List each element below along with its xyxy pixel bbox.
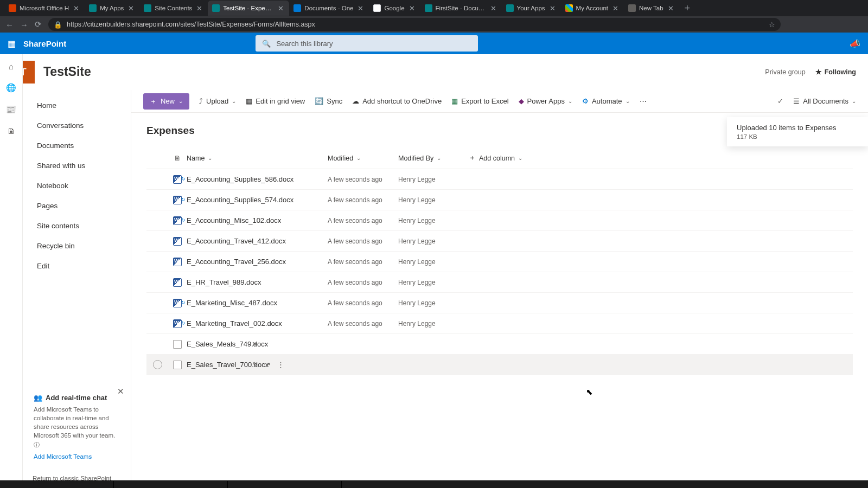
file-name[interactable]: ↻E_Accounting_Supplies_574.docx bbox=[187, 196, 328, 204]
file-row[interactable]: ↻E_Marketing_Misc_487.docx A few seconds… bbox=[146, 293, 853, 313]
browser-tab[interactable]: New Tab ✕ bbox=[624, 1, 679, 16]
share-icon[interactable]: ↗ bbox=[265, 361, 271, 369]
megaphone-icon[interactable]: 📣 bbox=[850, 38, 860, 49]
close-icon[interactable]: ✕ bbox=[127, 4, 135, 12]
teams-promo-body: Add Microsoft Teams to collaborate in re… bbox=[34, 405, 120, 440]
file-row[interactable]: E_Sales_Travel_700.docx ✎ ↗ ⋮ bbox=[146, 355, 853, 375]
nav-item[interactable]: Documents bbox=[23, 136, 131, 156]
file-name[interactable]: ↻E_Accounting_Misc_102.docx bbox=[187, 216, 328, 224]
nav-item[interactable]: Conversations bbox=[23, 115, 131, 136]
close-icon[interactable]: ✕ bbox=[195, 4, 203, 12]
close-icon[interactable]: ✕ bbox=[356, 4, 365, 12]
forward-icon[interactable]: → bbox=[20, 20, 28, 29]
search-box[interactable]: 🔍 Search this library bbox=[256, 35, 478, 52]
files-icon[interactable]: 🗎 bbox=[7, 126, 15, 136]
export-excel-button[interactable]: ▦ Export to Excel bbox=[451, 97, 508, 105]
nav-item[interactable]: Notebook bbox=[23, 176, 131, 196]
file-name[interactable]: ↻E_Marketing_Misc_487.docx bbox=[187, 299, 328, 307]
brand-label[interactable]: SharePoint bbox=[23, 39, 66, 48]
more-button[interactable]: ⋯ bbox=[640, 97, 647, 105]
nav-item[interactable]: Pages bbox=[23, 196, 131, 216]
following-button[interactable]: ★ Following bbox=[815, 68, 856, 76]
nav-item[interactable]: Site contents bbox=[23, 216, 131, 236]
close-icon[interactable]: ✕ bbox=[117, 386, 124, 397]
back-icon[interactable]: ← bbox=[5, 20, 14, 29]
info-icon[interactable]: ⓘ bbox=[34, 441, 40, 448]
browser-tab[interactable]: Documents - One ✕ bbox=[289, 1, 369, 16]
select-circle[interactable] bbox=[153, 360, 162, 369]
add-teams-link[interactable]: Add Microsoft Teams bbox=[34, 452, 120, 461]
name-column-header[interactable]: Name⌄ bbox=[187, 155, 328, 162]
add-shortcut-button[interactable]: ☁ Add shortcut to OneDrive bbox=[352, 97, 442, 105]
upload-button[interactable]: ⤴ Upload ⌄ bbox=[199, 97, 236, 105]
toast-subtitle: 117 KB bbox=[737, 133, 858, 140]
modified-value: A few seconds ago bbox=[328, 299, 398, 307]
edit-grid-button[interactable]: ▦ Edit in grid view bbox=[246, 97, 305, 105]
automate-button[interactable]: ⚙ Automate ⌄ bbox=[582, 97, 630, 105]
sync-button[interactable]: 🔄 Sync bbox=[315, 97, 342, 105]
home-icon[interactable]: ⌂ bbox=[9, 62, 14, 71]
file-row[interactable]: ↻E_Marketing_Travel_002.docx A few secon… bbox=[146, 313, 853, 334]
bookmark-star-icon[interactable]: ☆ bbox=[769, 21, 775, 29]
file-name[interactable]: E_HR_Travel_989.docx bbox=[187, 278, 328, 286]
close-icon[interactable]: ✕ bbox=[72, 4, 80, 12]
file-row[interactable]: ↻E_Accounting_Supplies_586.docx A few se… bbox=[146, 169, 853, 190]
modified-by-value: Henry Legge bbox=[398, 299, 469, 307]
browser-tab[interactable]: Site Contents ✕ bbox=[139, 1, 208, 16]
file-name[interactable]: E_Accounting_Travel_412.docx bbox=[187, 237, 328, 245]
reload-icon[interactable]: ⟳ bbox=[35, 20, 42, 29]
browser-tab[interactable]: My Apps ✕ bbox=[85, 1, 139, 16]
view-selector[interactable]: ☰ All Documents ⌄ bbox=[793, 97, 856, 105]
file-row[interactable]: E_Accounting_Travel_256.docx A few secon… bbox=[146, 252, 853, 272]
url-bar[interactable]: 🔒 https://citizenbuilders.sharepoint.com… bbox=[48, 18, 781, 31]
file-row[interactable]: ↻E_Accounting_Misc_102.docx A few second… bbox=[146, 210, 853, 231]
close-icon[interactable]: ✕ bbox=[408, 4, 416, 12]
close-icon[interactable]: ✕ bbox=[277, 4, 285, 12]
close-icon[interactable]: ✕ bbox=[548, 4, 557, 12]
add-column-button[interactable]: ＋ Add column⌄ bbox=[469, 153, 522, 163]
more-icon[interactable]: ⋮ bbox=[277, 361, 284, 369]
file-name[interactable]: ↻E_Accounting_Supplies_586.docx bbox=[187, 175, 328, 183]
browser-tab[interactable]: Google ✕ bbox=[369, 1, 420, 16]
power-apps-button[interactable]: ◆ Power Apps ⌄ bbox=[519, 97, 572, 105]
nav-item[interactable]: Shared with us bbox=[23, 156, 131, 176]
modified-column-header[interactable]: Modified⌄ bbox=[328, 155, 398, 162]
browser-tab[interactable]: TestSite - Expenses ✕ bbox=[208, 1, 289, 16]
browser-tab[interactable]: My Account ✕ bbox=[561, 1, 624, 16]
type-column-icon[interactable]: 🗎 bbox=[168, 155, 187, 162]
favicon bbox=[373, 4, 381, 12]
chevron-down-icon: ⌄ bbox=[626, 98, 630, 104]
word-doc-icon bbox=[173, 319, 182, 328]
plus-icon: ＋ bbox=[469, 153, 476, 163]
teams-promo-title: Add real-time chat bbox=[46, 393, 107, 403]
taskbar[interactable] bbox=[0, 480, 868, 488]
file-row[interactable]: E_Sales_Meals_749.docx✕ bbox=[146, 334, 853, 355]
nav-item[interactable]: Edit bbox=[23, 256, 131, 276]
news-icon[interactable]: 📰 bbox=[6, 105, 16, 114]
browser-tab[interactable]: Your Apps ✕ bbox=[502, 1, 561, 16]
open-icon[interactable]: ✎ bbox=[252, 361, 258, 369]
close-icon[interactable]: ✕ bbox=[667, 4, 675, 12]
close-icon[interactable]: ✕ bbox=[489, 4, 497, 12]
browser-tab[interactable]: FirstSite - Docume ✕ bbox=[420, 1, 502, 16]
app-launcher-icon[interactable]: ▦ bbox=[8, 38, 16, 49]
nav-item[interactable]: Home bbox=[23, 95, 131, 115]
done-check-icon[interactable]: ✓ bbox=[777, 97, 783, 105]
globe-icon[interactable]: 🌐 bbox=[6, 83, 16, 93]
close-icon[interactable]: ✕ bbox=[611, 4, 620, 12]
file-row[interactable]: ↻E_Accounting_Supplies_574.docx A few se… bbox=[146, 190, 853, 210]
app-rail: ⌂ 🌐 📰 🗎 bbox=[0, 54, 23, 488]
file-name[interactable]: ↻E_Marketing_Travel_002.docx bbox=[187, 319, 328, 328]
nav-item[interactable]: Recycle bin bbox=[23, 236, 131, 256]
site-title[interactable]: TestSite bbox=[43, 65, 91, 79]
file-row[interactable]: E_HR_Travel_989.docx A few seconds ago H… bbox=[146, 272, 853, 293]
file-name[interactable]: E_Accounting_Travel_256.docx bbox=[187, 258, 328, 266]
file-row[interactable]: E_Accounting_Travel_412.docx A few secon… bbox=[146, 231, 853, 252]
new-button[interactable]: ＋ New ⌄ bbox=[143, 93, 189, 110]
excel-icon: ▦ bbox=[451, 97, 458, 105]
file-name[interactable]: E_Sales_Travel_700.docx ✎ ↗ ⋮ bbox=[187, 361, 328, 369]
browser-tab[interactable]: Microsoft Office H ✕ bbox=[4, 1, 85, 16]
new-tab-button[interactable]: + bbox=[679, 3, 696, 14]
modified-by-column-header[interactable]: Modified By⌄ bbox=[398, 155, 469, 162]
file-name[interactable]: E_Sales_Meals_749.docx✕ bbox=[187, 340, 328, 348]
